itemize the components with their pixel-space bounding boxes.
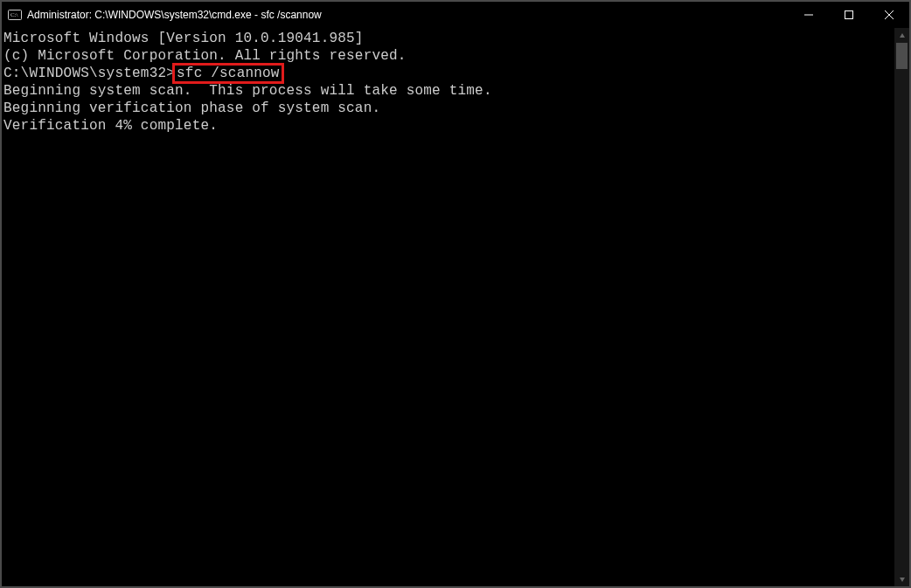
maximize-button[interactable] xyxy=(829,2,869,28)
titlebar[interactable]: C:\ Administrator: C:\WINDOWS\system32\c… xyxy=(2,2,909,28)
output-line: Beginning verification phase of system s… xyxy=(3,100,894,117)
scroll-up-button[interactable] xyxy=(894,28,909,43)
cmd-icon: C:\ xyxy=(8,8,22,22)
highlighted-command: sfc /scannow xyxy=(172,63,284,84)
output-line: Verification 4% complete. xyxy=(3,117,894,135)
svg-rect-3 xyxy=(845,11,853,19)
vertical-scrollbar[interactable] xyxy=(894,28,909,586)
terminal-output[interactable]: Microsoft Windows [Version 10.0.19041.98… xyxy=(2,28,894,586)
svg-text:C:\: C:\ xyxy=(10,11,18,18)
output-line: Beginning system scan. This process will… xyxy=(3,82,894,100)
scroll-down-button[interactable] xyxy=(894,571,909,586)
scroll-thumb[interactable] xyxy=(896,43,908,69)
client-area: Microsoft Windows [Version 10.0.19041.98… xyxy=(2,28,909,586)
output-line: (c) Microsoft Corporation. All rights re… xyxy=(3,47,894,65)
prompt-line: C:\WINDOWS\system32>sfc /scannow xyxy=(3,65,894,82)
window-controls xyxy=(789,2,909,28)
prompt-text: C:\WINDOWS\system32> xyxy=(3,66,175,81)
window-title: Administrator: C:\WINDOWS\system32\cmd.e… xyxy=(27,9,789,21)
command-prompt-window: C:\ Administrator: C:\WINDOWS\system32\c… xyxy=(0,0,911,588)
close-button[interactable] xyxy=(869,2,909,28)
output-line: Microsoft Windows [Version 10.0.19041.98… xyxy=(3,30,894,47)
minimize-button[interactable] xyxy=(789,2,829,28)
